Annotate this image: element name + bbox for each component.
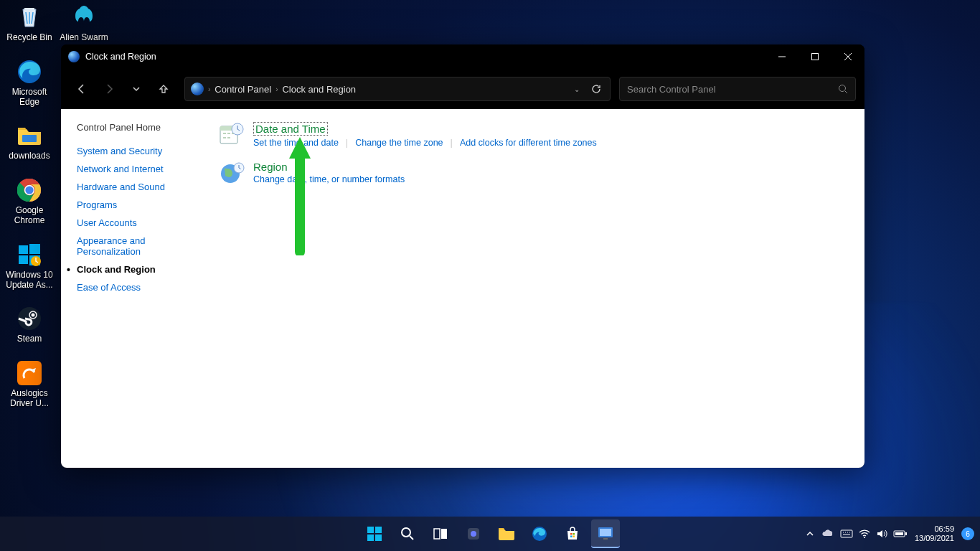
svg-point-13 [32, 314, 35, 317]
taskbar-widgets-button[interactable] [459, 519, 488, 548]
taskbar-date: 13/09/2021 [915, 534, 954, 543]
svg-rect-8 [19, 255, 28, 264]
taskbar-center [360, 519, 620, 548]
tray-battery-icon[interactable] [893, 529, 908, 538]
steam-icon [15, 304, 44, 333]
auslogics-icon [15, 359, 44, 387]
sidebar-item-system-security[interactable]: System and Security [77, 146, 197, 156]
taskbar: 06:59 13/09/2021 6 [0, 517, 980, 551]
taskbar-taskview-button[interactable] [426, 519, 455, 548]
desktop-icon-recycle-bin[interactable]: Recycle Bin [3, 3, 56, 43]
link-change-formats[interactable]: Change date, time, or number formats [253, 174, 405, 184]
taskbar-edge-button[interactable] [525, 519, 554, 548]
desktop-icon-alien-swarm[interactable]: Alien Swarm [57, 3, 110, 43]
desktop-icon-label: Google Chrome [3, 206, 56, 226]
main-content: Date and Time Set the time and date | Ch… [204, 109, 864, 468]
start-button[interactable] [360, 519, 389, 548]
desktop-icon-label: Steam [17, 334, 42, 344]
tray-onedrive-icon[interactable] [821, 529, 834, 538]
taskbar-explorer-button[interactable] [492, 519, 521, 548]
breadcrumb-root[interactable]: Control Panel [215, 84, 271, 95]
date-time-section: Date and Time Set the time and date | Ch… [219, 122, 850, 149]
svg-point-26 [402, 528, 410, 537]
up-button[interactable] [151, 77, 176, 101]
sidebar-item-programs[interactable]: Programs [77, 199, 197, 210]
edge-icon [15, 57, 44, 86]
taskbar-search-button[interactable] [393, 519, 422, 548]
tray-volume-icon[interactable] [876, 529, 887, 539]
recent-locations-button[interactable] [124, 77, 149, 101]
desktop-icons-row2: Alien Swarm [57, 3, 110, 43]
svg-rect-28 [441, 529, 447, 539]
taskbar-control-panel-button[interactable] [591, 519, 620, 548]
desktop-icon-win10-update[interactable]: Windows 10 Update As... [3, 240, 56, 291]
back-button[interactable] [70, 77, 94, 101]
svg-point-40 [864, 537, 865, 538]
taskbar-clock[interactable]: 06:59 13/09/2021 [915, 524, 954, 543]
svg-rect-35 [573, 536, 575, 538]
sidebar-item-ease-access[interactable]: Ease of Access [77, 282, 197, 293]
forward-button[interactable] [97, 77, 121, 101]
desktop-icon-label: Auslogics Driver U... [3, 389, 56, 409]
link-add-clocks[interactable]: Add clocks for different time zones [460, 138, 597, 148]
region-section: Region Change date, time, or number form… [219, 161, 850, 188]
svg-rect-25 [375, 534, 382, 541]
desktop-icon-label: Recycle Bin [6, 33, 52, 43]
sidebar-item-clock-region[interactable]: Clock and Region [77, 264, 197, 275]
alien-swarm-icon [70, 3, 98, 32]
sidebar-item-network-internet[interactable]: Network and Internet [77, 164, 197, 174]
maximize-button[interactable] [798, 44, 831, 69]
breadcrumb-section[interactable]: Clock and Region [282, 84, 356, 95]
svg-rect-1 [22, 135, 37, 142]
chrome-icon [15, 176, 44, 204]
desktop-icon-auslogics[interactable]: Auslogics Driver U... [3, 359, 56, 409]
window-content: Control Panel Home System and Security N… [61, 109, 864, 468]
svg-point-5 [25, 187, 33, 194]
desktop-icon-edge[interactable]: Microsoft Edge [3, 57, 56, 108]
tray-overflow-button[interactable] [806, 529, 814, 538]
tray-wifi-icon[interactable] [859, 529, 870, 538]
svg-rect-38 [603, 538, 608, 540]
search-input[interactable] [627, 84, 838, 95]
svg-rect-33 [573, 533, 575, 535]
taskbar-store-button[interactable] [558, 519, 587, 548]
desktop-icon-steam[interactable]: Steam [3, 304, 56, 344]
link-change-time-zone[interactable]: Change the time zone [355, 138, 443, 148]
svg-rect-34 [570, 536, 573, 538]
desktop-icon-chrome[interactable]: Google Chrome [3, 176, 56, 226]
navigation-bar: › Control Panel › Clock and Region ⌄ [61, 69, 864, 109]
window-title: Clock and Region [85, 52, 156, 62]
link-set-time-date[interactable]: Set the time and date [253, 138, 339, 148]
close-button[interactable] [831, 44, 864, 69]
search-box[interactable] [619, 77, 856, 101]
address-dropdown-button[interactable]: ⌄ [570, 85, 584, 93]
taskbar-right: 06:59 13/09/2021 6 [806, 524, 974, 543]
folder-icon [15, 121, 44, 150]
tray-keyboard-icon[interactable] [840, 529, 853, 538]
svg-rect-42 [905, 532, 907, 535]
region-heading[interactable]: Region [253, 161, 288, 173]
minimize-button[interactable] [765, 44, 798, 69]
svg-rect-23 [375, 527, 382, 533]
svg-rect-22 [367, 527, 374, 533]
sidebar-item-appearance[interactable]: Appearance and Personalization [77, 235, 197, 257]
sidebar-item-user-accounts[interactable]: User Accounts [77, 217, 197, 228]
svg-rect-15 [812, 54, 819, 60]
sidebar-item-hardware-sound[interactable]: Hardware and Sound [77, 182, 197, 192]
separator: | [346, 137, 348, 148]
titlebar[interactable]: Clock and Region [61, 44, 864, 69]
separator: | [451, 137, 453, 148]
svg-point-16 [839, 85, 846, 92]
search-icon[interactable] [838, 84, 848, 94]
desktop-icon-label: Windows 10 Update As... [3, 270, 56, 291]
control-panel-home-link[interactable]: Control Panel Home [77, 122, 197, 133]
control-panel-icon [68, 51, 80, 62]
address-bar[interactable]: › Control Panel › Clock and Region ⌄ [184, 77, 611, 101]
svg-rect-32 [570, 533, 573, 535]
svg-rect-43 [895, 532, 903, 535]
notification-badge[interactable]: 6 [961, 527, 974, 540]
desktop-icon-downloads[interactable]: downloads [3, 121, 56, 161]
windows-update-icon [15, 240, 44, 269]
date-time-heading[interactable]: Date and Time [253, 122, 328, 136]
refresh-button[interactable] [588, 84, 604, 94]
